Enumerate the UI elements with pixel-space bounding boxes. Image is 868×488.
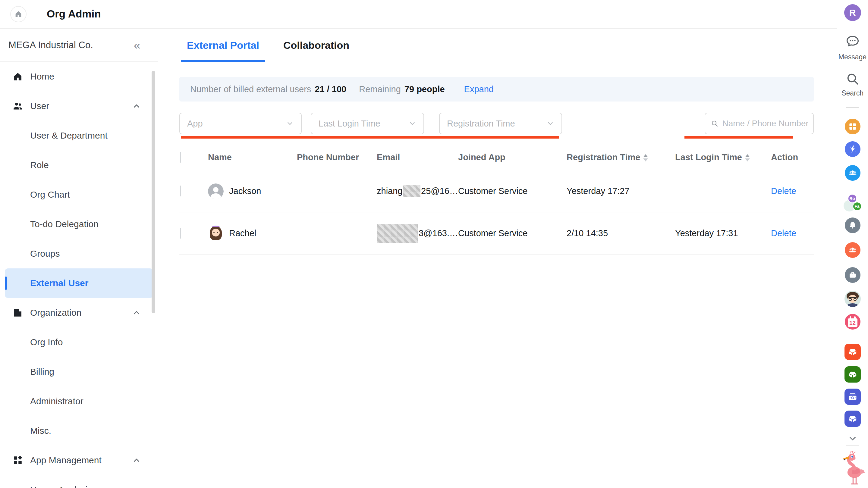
email-cell: zhiang25@16… xyxy=(377,185,458,197)
message-label: Message xyxy=(837,53,868,61)
sort-icon[interactable] xyxy=(643,154,648,161)
app-launcher-icon[interactable] xyxy=(845,119,861,134)
sidebar-item-label: Home xyxy=(30,71,54,82)
app-filter-placeholder: App xyxy=(187,119,286,129)
table-row: Jackson zhiang25@16… Customer Service Ye… xyxy=(179,170,814,213)
sidebar-item-label: Organization xyxy=(30,307,82,318)
flamingo-image xyxy=(840,451,866,486)
sidebar-scrollbar[interactable] xyxy=(152,71,155,313)
avatar xyxy=(208,226,224,241)
app-filter-dropdown[interactable]: App xyxy=(179,113,302,134)
org-switcher[interactable]: MEGA Industrial Co. « xyxy=(0,29,158,62)
message-button[interactable] xyxy=(837,34,868,49)
user-name: Jackson xyxy=(229,186,261,196)
sidebar-item-org-chart[interactable]: Org Chart xyxy=(0,180,158,209)
sort-icon[interactable] xyxy=(745,154,750,161)
app-payroll-icon[interactable] xyxy=(844,389,861,405)
delete-button[interactable]: Delete xyxy=(766,228,796,238)
registration-filter-dropdown[interactable]: Registration Time xyxy=(439,113,562,134)
app-brick-indigo-icon[interactable] xyxy=(844,411,861,427)
billed-value: 21 / 100 xyxy=(315,84,346,94)
column-header-registration-time[interactable]: Registration Time xyxy=(567,153,675,162)
chevron-down-icon xyxy=(286,120,294,127)
sidebar-item-user[interactable]: User xyxy=(0,91,158,121)
sidebar-item-organization[interactable]: Organization xyxy=(0,298,158,327)
rail-divider xyxy=(846,107,859,108)
message-icon xyxy=(845,34,860,49)
sidebar-item-administrator[interactable]: Administrator xyxy=(0,387,158,416)
app-brick-green-icon[interactable] xyxy=(844,366,861,383)
annotation-underline-search xyxy=(684,136,793,138)
last-login-cell: Yesterday 17:31 xyxy=(675,228,766,238)
column-header-name: Name xyxy=(208,153,297,162)
notification-bell-icon[interactable] xyxy=(845,218,861,233)
colleague-avatar[interactable] xyxy=(844,291,861,307)
chevron-up-icon xyxy=(132,101,141,110)
search-icon xyxy=(845,72,860,86)
delete-button[interactable]: Delete xyxy=(766,186,796,196)
censored-text xyxy=(377,224,418,243)
user-avatar[interactable]: R xyxy=(844,4,861,21)
sidebar-item-label: User xyxy=(30,101,49,111)
tab-external-portal[interactable]: External Portal xyxy=(181,29,265,62)
sidebar-item-app-management[interactable]: App Management xyxy=(0,446,158,475)
sidebar-item-home[interactable]: Home xyxy=(0,62,158,91)
external-user-table: Name Phone Number Email Joined App Regis… xyxy=(179,144,814,255)
home-button[interactable] xyxy=(10,6,27,22)
column-header-phone: Phone Number xyxy=(297,153,377,162)
column-header-action: Action xyxy=(766,153,814,162)
building-icon xyxy=(13,307,23,318)
column-header-email: Email xyxy=(377,153,458,162)
sidebar-item-org-info[interactable]: Org Info xyxy=(0,327,158,357)
column-header-joined-app: Joined App xyxy=(458,153,567,162)
sidebar-item-user-department[interactable]: User & Department xyxy=(0,121,158,150)
column-header-last-login-time[interactable]: Last Login Time xyxy=(675,153,766,162)
calendar-icon[interactable]: 12 xyxy=(845,314,861,330)
email-cell: 3@163.… xyxy=(377,224,458,243)
censored-text xyxy=(403,185,421,197)
table-row: Rachel 3@163.… Customer Service 2/10 14:… xyxy=(179,213,814,255)
rail-divider xyxy=(846,445,859,446)
right-rail: R Message Search Ro Fa 12 xyxy=(837,0,868,488)
search-input[interactable] xyxy=(722,119,808,128)
tab-collaboration[interactable]: Collaboration xyxy=(277,29,355,62)
sidebar-item-todo-delegation[interactable]: To-do Delegation xyxy=(0,209,158,239)
row-checkbox[interactable] xyxy=(180,186,181,196)
badge-fa: Fa xyxy=(852,202,862,211)
sidebar-item-label: App Management xyxy=(30,455,101,465)
last-login-filter-dropdown[interactable]: Last Login Time xyxy=(311,113,424,134)
row-checkbox[interactable] xyxy=(180,228,181,238)
org-switch-avatar[interactable]: Ro Fa xyxy=(844,194,862,212)
briefcase-icon[interactable] xyxy=(845,267,861,283)
select-all-checkbox[interactable] xyxy=(180,152,181,163)
sidebar-item-role[interactable]: Role xyxy=(0,150,158,180)
search-box[interactable] xyxy=(705,113,814,134)
search-label: Search xyxy=(837,89,868,97)
registration-time-cell: 2/10 14:35 xyxy=(567,228,675,238)
flamingo-mascot[interactable] xyxy=(837,451,868,486)
joined-app-cell: Customer Service xyxy=(458,186,567,196)
contacts-group-icon[interactable] xyxy=(845,165,861,181)
rail-expand-button[interactable] xyxy=(837,433,868,444)
sidebar-item-usage-analysis[interactable]: Usage Analysis xyxy=(0,475,158,488)
expand-link[interactable]: Expand xyxy=(464,84,494,94)
sidebar-item-billing[interactable]: Billing xyxy=(0,357,158,387)
search-icon xyxy=(711,119,718,128)
search-button[interactable] xyxy=(837,72,868,86)
home-icon xyxy=(14,10,23,19)
annotation-underline-filters xyxy=(181,136,559,138)
remaining-label: Remaining xyxy=(359,84,401,94)
sidebar-item-misc[interactable]: Misc. xyxy=(0,416,158,446)
sidebar-item-groups[interactable]: Groups xyxy=(0,239,158,268)
collapse-sidebar-icon[interactable]: « xyxy=(134,39,141,51)
app-brick-red-icon[interactable] xyxy=(844,344,861,360)
main-content: External Portal Collaboration Number of … xyxy=(158,29,837,488)
last-login-filter-placeholder: Last Login Time xyxy=(318,119,408,129)
hr-group-icon[interactable] xyxy=(845,242,861,258)
registration-filter-placeholder: Registration Time xyxy=(447,119,547,129)
badge-ro: Ro xyxy=(848,194,857,203)
billed-label: Number of billed external users xyxy=(190,84,311,94)
chevron-up-icon xyxy=(132,308,141,317)
ai-assistant-icon[interactable] xyxy=(845,141,861,157)
sidebar-item-external-user[interactable]: External User xyxy=(5,268,153,298)
